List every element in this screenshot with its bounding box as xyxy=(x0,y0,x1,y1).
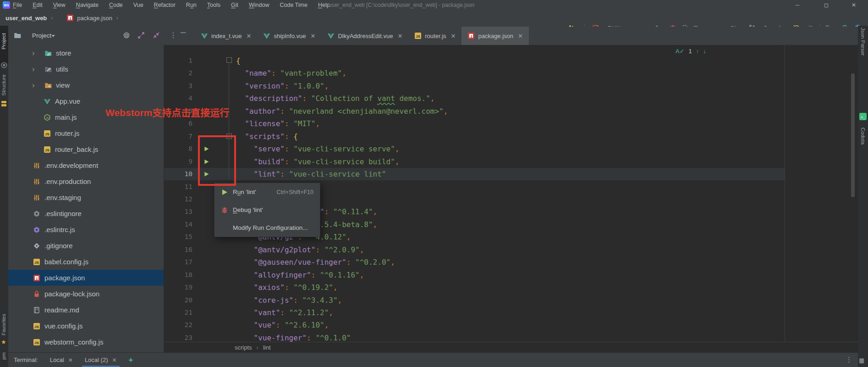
code-line-3[interactable]: 3"version": "1.0.0", xyxy=(164,80,785,92)
close-icon[interactable]: ✕ xyxy=(397,33,402,39)
code-line-6[interactable]: 6"license": "MIT", xyxy=(164,117,785,130)
panel-options-icon[interactable]: ⋮ xyxy=(170,31,177,39)
code-line-2[interactable]: 2"name": "vant-problem", xyxy=(164,67,785,79)
tree-item-vue-config-js[interactable]: JSvue.config.js xyxy=(8,318,164,334)
menu-git[interactable]: Git xyxy=(231,2,238,8)
context-menu-item[interactable]: Debug 'lint' xyxy=(214,201,320,219)
code-line-4[interactable]: 4"description": "Collection of vant demo… xyxy=(164,92,785,105)
project-panel-title[interactable]: Project xyxy=(32,32,51,39)
code-line-21[interactable]: 21"vant": "^2.11.2", xyxy=(164,306,785,319)
menu-refactor[interactable]: Refactor xyxy=(154,2,176,8)
circle-tool-icon[interactable] xyxy=(0,61,7,69)
tree-item-view[interactable]: ›view xyxy=(8,77,164,93)
tool-button-npm[interactable]: pm xyxy=(1,352,6,360)
tree-item-router-js[interactable]: JSrouter.js xyxy=(8,125,164,141)
bookmark-icon[interactable] xyxy=(1,101,6,103)
menu-file[interactable]: File xyxy=(13,2,22,8)
close-icon[interactable]: ✕ xyxy=(451,33,456,39)
tree-item--env-staging[interactable]: .env.staging xyxy=(8,189,164,206)
close-button[interactable]: ✕ xyxy=(846,0,862,10)
new-terminal-icon[interactable]: + xyxy=(129,356,133,365)
hide-panel-icon[interactable]: ─ xyxy=(181,28,186,37)
code-line-9[interactable]: 9"build": "vue-cli-service build", xyxy=(164,156,785,168)
tool-button-project[interactable]: Project xyxy=(1,33,6,50)
tree-item--eslintrc-js[interactable]: .eslintrc.js xyxy=(8,222,164,238)
menu-edit[interactable]: Edit xyxy=(33,2,43,8)
tree-item-router-back-js[interactable]: JSrouter_back.js xyxy=(8,141,164,157)
layout-grid-icon[interactable]: ▦ xyxy=(859,357,864,364)
close-icon[interactable]: ✕ xyxy=(112,357,116,363)
tree-item-readme-md[interactable]: readme.md xyxy=(8,302,164,318)
menu-tools[interactable]: Tools xyxy=(207,2,220,8)
editor-tab-DlkyAddressEdit-vue[interactable]: DlkyAddressEdit.vue✕ xyxy=(321,27,408,45)
fold-marker[interactable] xyxy=(226,57,232,63)
tree-item-webstorm-config-js[interactable]: JSwebstorm_config.js xyxy=(8,334,164,350)
arrow-down-icon[interactable]: ↓ xyxy=(703,48,706,55)
editor-tab-package-json[interactable]: package.json✕ xyxy=(461,27,529,45)
tree-item-babel-config-js[interactable]: JSbabel.config.js xyxy=(8,254,164,270)
code-line-10[interactable]: 10"lint": "vue-cli-service lint" xyxy=(164,168,785,180)
terminal-tab-local-2-[interactable]: Local (2)✕ xyxy=(85,353,117,367)
collapse-all-icon[interactable] xyxy=(153,32,160,39)
code-line-20[interactable]: 20"core-js": "^3.4.3", xyxy=(164,294,785,306)
tool-button-favorites[interactable]: Favorites xyxy=(1,314,6,335)
tree-item--env-production[interactable]: .env.production xyxy=(8,173,164,189)
close-icon[interactable]: ✕ xyxy=(68,357,73,363)
code-line-23[interactable]: 23"vue-finger": "^0.1.0" xyxy=(164,332,785,342)
tree-item-utils[interactable]: ›utils xyxy=(8,61,164,77)
breadcrumb-scripts[interactable]: scripts xyxy=(235,344,252,351)
star-icon[interactable]: ★ xyxy=(1,339,6,345)
context-menu-item[interactable]: Modify Run Configuration... xyxy=(214,219,320,237)
tree-item--eslintignore[interactable]: .eslintignore xyxy=(8,206,164,222)
code-line-7[interactable]: 7"scripts": { xyxy=(164,130,785,143)
locate-file-icon[interactable] xyxy=(123,32,130,39)
tree-item-package-json[interactable]: package.json xyxy=(8,270,164,286)
chevron-right-icon[interactable]: › xyxy=(31,65,44,74)
menu-vue[interactable]: Vue xyxy=(133,2,143,8)
chevron-right-icon[interactable]: › xyxy=(31,49,44,58)
chevron-right-icon[interactable]: › xyxy=(31,81,44,90)
scrollbar[interactable] xyxy=(851,73,855,197)
tree-item--gitignore[interactable]: .gitignore xyxy=(8,238,164,254)
tree-item-package-lock-json[interactable]: package-lock.json xyxy=(8,286,164,302)
line-number: 16 xyxy=(164,244,192,256)
breadcrumb-file[interactable]: package.json xyxy=(77,15,112,22)
chevron-down-icon[interactable] xyxy=(51,35,55,37)
code-line-16[interactable]: 16"@antv/g2plot": "^2.0.9", xyxy=(164,244,785,256)
more-options-icon[interactable]: ⋮ xyxy=(846,356,853,364)
tree-item-store[interactable]: ›store xyxy=(8,45,164,61)
code-line-8[interactable]: 8"serve": "vue-cli-service serve", xyxy=(164,143,785,155)
arrow-up-icon[interactable]: ↑ xyxy=(696,48,699,55)
menu-code[interactable]: Code xyxy=(109,2,123,8)
tool-button-codota[interactable]: Codota xyxy=(860,128,866,145)
menu-window[interactable]: Window xyxy=(249,2,269,8)
menu-run[interactable]: Run xyxy=(186,2,197,8)
tool-button-structure[interactable]: Structure xyxy=(1,74,6,96)
menu-help[interactable]: Help xyxy=(318,2,330,8)
code-line-18[interactable]: 18"alloyfinger": "^0.1.16", xyxy=(164,269,785,281)
tree-item--env-development[interactable]: .env.development xyxy=(8,157,164,173)
code-line-5[interactable]: 5"author": "neverland <chenjiahan@neverl… xyxy=(164,105,785,117)
maximize-button[interactable]: ◻ xyxy=(819,0,834,10)
close-icon[interactable]: ✕ xyxy=(311,33,316,39)
code-line-22[interactable]: 22"vue": "^2.6.10", xyxy=(164,319,785,331)
code-line-1[interactable]: 1{ xyxy=(164,55,785,67)
tool-button-json-parser[interactable]: Json Parser xyxy=(860,28,866,56)
menu-code-time[interactable]: Code Time xyxy=(280,2,307,8)
editor-tab-router-js[interactable]: JSrouter.js✕ xyxy=(408,27,461,45)
menu-view[interactable]: View xyxy=(53,2,66,8)
close-icon[interactable]: ✕ xyxy=(247,33,252,39)
code-line-17[interactable]: 17"@gauseen/vue-finger": "^0.2.0", xyxy=(164,256,785,268)
breadcrumb-lint[interactable]: lint xyxy=(263,344,271,351)
minimize-button[interactable]: ─ xyxy=(790,0,805,10)
terminal-tab-local[interactable]: Local✕ xyxy=(50,353,73,367)
close-icon[interactable]: ✕ xyxy=(518,33,523,39)
inspection-widget[interactable]: A✓ 1 ↑ ↓ xyxy=(676,48,706,55)
expand-all-icon[interactable] xyxy=(137,32,145,39)
codota-icon[interactable]: >_ xyxy=(859,113,867,120)
editor-tab-shipInfo-vue[interactable]: shipInfo.vue✕ xyxy=(257,27,321,45)
editor-tab-index_t-vue[interactable]: index_t.vue✕ xyxy=(195,27,257,45)
menu-navigate[interactable]: Navigate xyxy=(76,2,99,8)
code-line-19[interactable]: 19"axios": "^0.19.2", xyxy=(164,281,785,294)
breadcrumb-project[interactable]: user_end_web xyxy=(5,15,47,22)
